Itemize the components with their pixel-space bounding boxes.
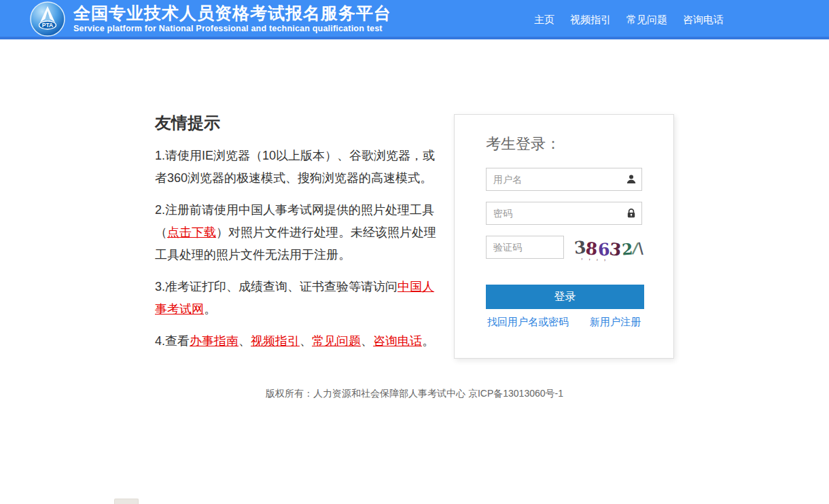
site-subtitle: Service platform for National Profession…	[73, 24, 391, 33]
tip-4-separator: 、	[300, 334, 312, 348]
nav-hotline[interactable]: 咨询电话	[683, 14, 724, 26]
tip-4-separator: 、	[239, 334, 251, 348]
forgot-credentials-link[interactable]: 找回用户名或密码	[487, 316, 569, 329]
panel-links: 找回用户名或密码 新用户注册	[486, 316, 642, 329]
logo-text: PTA	[42, 22, 53, 29]
header: PTA 全国专业技术人员资格考试报名服务平台 Service platform …	[0, 0, 829, 39]
user-icon	[626, 174, 637, 185]
tip-1: 1.请使用IE浏览器（10以上版本）、谷歌浏览器，或者360浏览器的极速模式、搜…	[155, 145, 443, 190]
tip-4-text-pre: 4.查看	[155, 334, 190, 348]
faq-link[interactable]: 常见问题	[312, 334, 361, 348]
tip-4-text-post: 。	[422, 334, 434, 348]
service-guide-link[interactable]: 办事指南	[190, 334, 239, 348]
tip-3: 3.准考证打印、成绩查询、证书查验等请访问中国人事考试网。	[155, 276, 443, 321]
captcha-image[interactable]: 38632∕\	[574, 236, 642, 263]
friendly-tips: 友情提示 1.请使用IE浏览器（10以上版本）、谷歌浏览器，或者360浏览器的极…	[155, 114, 443, 362]
main-content: 友情提示 1.请使用IE浏览器（10以上版本）、谷歌浏览器，或者360浏览器的极…	[155, 114, 674, 362]
nav-video-guide[interactable]: 视频指引	[570, 14, 611, 26]
captcha-input[interactable]	[486, 236, 564, 259]
video-guide-link[interactable]: 视频指引	[251, 334, 300, 348]
brand: 全国专业技术人员资格考试报名服务平台 Service platform for …	[73, 4, 391, 33]
captcha-field-wrap	[486, 236, 564, 259]
pta-logo-icon: PTA	[30, 1, 65, 37]
password-input[interactable]	[486, 202, 642, 225]
footer: 版权所有：人力资源和社会保障部人事考试中心 京ICP备13013060号-1	[0, 388, 829, 400]
login-panel: 考生登录： 38632∕\ 登录	[454, 114, 674, 359]
tip-4-separator: 、	[361, 334, 373, 348]
download-tool-link[interactable]: 点击下载	[167, 226, 216, 239]
nav-faq[interactable]: 常见问题	[627, 14, 667, 26]
copyright-text: 版权所有：人力资源和社会保障部人事考试中心 京ICP备13013060号-1	[266, 388, 563, 399]
password-field-wrap	[486, 202, 642, 225]
tip-3-text-pre: 3.准考证打印、成绩查询、证书查验等请访问	[155, 280, 398, 293]
top-nav: 主页 视频指引 常见问题 咨询电话	[534, 0, 724, 39]
tip-1-text: 1.请使用IE浏览器（10以上版本）、谷歌浏览器，或者360浏览器的极速模式、搜…	[155, 149, 435, 185]
hotline-link[interactable]: 咨询电话	[373, 334, 422, 348]
bottom-edge-artifact	[114, 499, 139, 504]
captcha-noise-stroke: \	[637, 238, 643, 258]
captcha-digit: 8	[585, 238, 598, 259]
login-button[interactable]: 登录	[486, 285, 644, 309]
register-link[interactable]: 新用户注册	[590, 316, 641, 329]
lock-icon	[626, 208, 637, 219]
tip-4: 4.查看办事指南、视频指引、常见问题、咨询电话。	[155, 330, 443, 353]
login-heading: 考生登录：	[486, 135, 642, 153]
username-input[interactable]	[486, 168, 642, 191]
username-field-wrap	[486, 168, 642, 191]
captcha-digit: 3	[608, 239, 622, 261]
tips-heading: 友情提示	[155, 114, 443, 132]
site-title: 全国专业技术人员资格考试报名服务平台	[73, 4, 391, 22]
nav-home[interactable]: 主页	[534, 14, 554, 26]
captcha-row: 38632∕\	[486, 236, 642, 263]
tip-3-text-post: 。	[204, 302, 216, 316]
tip-2: 2.注册前请使用中国人事考试网提供的照片处理工具（点击下载）对照片文件进行处理。…	[155, 199, 443, 266]
